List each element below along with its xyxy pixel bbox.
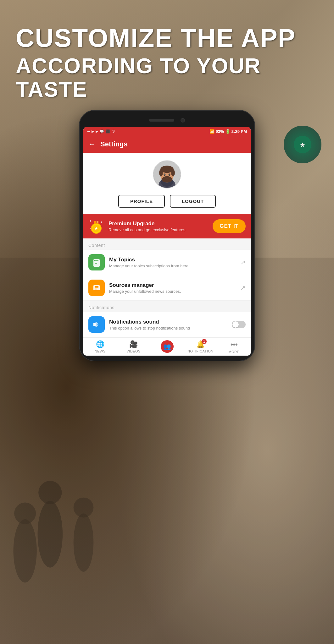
my-topics-item[interactable]: My Topics Manage your topics subscriptio… xyxy=(83,250,251,275)
status-icon-3: ▶ xyxy=(96,129,98,134)
svg-text:✦: ✦ xyxy=(100,221,103,224)
app-header: ← Settings xyxy=(83,136,251,153)
svg-point-4 xyxy=(74,498,94,518)
logout-button[interactable]: LOGOUT xyxy=(170,195,216,208)
notification-icon-wrap: 🔔 1 xyxy=(196,340,205,348)
sources-text: Sources manager Manage your unfollowed n… xyxy=(109,282,236,294)
svg-point-1 xyxy=(37,501,63,567)
avatar xyxy=(153,160,181,188)
svg-rect-37 xyxy=(94,260,95,261)
get-it-button[interactable]: GET IT xyxy=(213,219,246,233)
my-topics-icon xyxy=(88,254,105,270)
status-bar-right: 📶 93% 🔋 2:29 PM xyxy=(209,129,247,134)
premium-subtitle: Remove all ads and get exclusive feature… xyxy=(109,227,208,232)
hero-line2: ACCORDING TO YOUR TASTE xyxy=(16,54,318,101)
notifications-section-label: Notifications xyxy=(83,301,251,312)
community-icon: 👥 xyxy=(163,343,171,350)
news-label: NEWS xyxy=(95,349,106,353)
sources-icon xyxy=(88,280,105,296)
nav-more[interactable]: ••• MORE xyxy=(217,340,251,354)
news-icon-wrap: 🌐 xyxy=(96,340,104,348)
sources-manager-item[interactable]: Sources manager Manage your unfollowed n… xyxy=(83,275,251,301)
profile-section: PROFILE LOGOUT xyxy=(83,153,251,214)
svg-point-2 xyxy=(38,481,62,504)
bottom-nav: 🌐 NEWS 🎥 VIDEOS 👥 xyxy=(83,337,251,356)
premium-icon: ✦ ✦ ✦ ★ xyxy=(88,218,104,234)
notifications-sound-item: Notifications sound This option allows t… xyxy=(83,312,251,337)
videos-icon-wrap: 🎥 xyxy=(129,340,138,348)
svg-text:✦: ✦ xyxy=(89,219,92,223)
svg-point-17 xyxy=(171,169,175,177)
sound-icon xyxy=(88,316,105,333)
battery-percent: 93% xyxy=(216,129,224,134)
status-bar: ··· ▶ ▶ 💬 ⬛ ⏱ 📶 93% 🔋 2:29 PM xyxy=(83,127,251,136)
settings-title: Settings xyxy=(100,140,128,148)
phone-notch xyxy=(83,116,251,125)
svg-text:★: ★ xyxy=(94,226,98,231)
more-icon: ••• xyxy=(231,340,237,349)
community-icon-wrap: 👥 xyxy=(161,340,174,353)
sources-title: Sources manager xyxy=(109,282,236,288)
sources-chevron: ↗ xyxy=(240,284,246,292)
my-topics-text: My Topics Manage your topics subscriptio… xyxy=(109,257,236,268)
sound-title: Notifications sound xyxy=(109,319,227,325)
status-icon-5: ⬛ xyxy=(106,129,110,134)
phone-mockup: ··· ▶ ▶ 💬 ⬛ ⏱ 📶 93% 🔋 2:29 PM ← Settings xyxy=(79,110,255,361)
back-button[interactable]: ← xyxy=(88,140,95,148)
nav-notification[interactable]: 🔔 1 NOTIFICATION xyxy=(184,340,217,354)
profile-button[interactable]: PROFILE xyxy=(118,195,165,208)
notification-label: NOTIFICATION xyxy=(187,349,214,353)
videos-label: VIDEOS xyxy=(126,349,141,353)
phone-shell: ··· ▶ ▶ 💬 ⬛ ⏱ 📶 93% 🔋 2:29 PM ← Settings xyxy=(79,110,255,361)
svg-point-16 xyxy=(159,169,163,177)
content-section-label: Content xyxy=(83,238,251,250)
my-topics-title: My Topics xyxy=(109,257,236,263)
news-icon: 🌐 xyxy=(96,340,104,348)
profile-actions: PROFILE LOGOUT xyxy=(118,195,216,208)
status-icon-1: ··· xyxy=(87,129,90,133)
svg-text:★: ★ xyxy=(300,141,305,148)
status-icon-6: ⏱ xyxy=(112,129,115,133)
premium-text-block: Premium Upgrade Remove all ads and get e… xyxy=(109,221,208,232)
phone-camera xyxy=(181,118,185,123)
phone-screen: ··· ▶ ▶ 💬 ⬛ ⏱ 📶 93% 🔋 2:29 PM ← Settings xyxy=(83,127,251,356)
svg-point-18 xyxy=(164,174,165,176)
svg-point-3 xyxy=(74,513,94,572)
nav-videos[interactable]: 🎥 VIDEOS xyxy=(117,340,150,354)
sources-subtitle: Manage your unfollowed news sources. xyxy=(109,289,236,294)
svg-point-19 xyxy=(169,174,170,176)
nav-community[interactable]: 👥 xyxy=(150,340,184,354)
my-topics-subtitle: Manage your topics subscriptions from he… xyxy=(109,264,236,268)
hero-title-block: CUSTOMIZE THE APP ACCORDING TO YOUR TAST… xyxy=(16,25,318,101)
notification-badge: 1 xyxy=(202,339,207,344)
my-topics-chevron: ↗ xyxy=(240,259,246,266)
svg-point-6 xyxy=(14,503,36,524)
sound-text: Notifications sound This option allows t… xyxy=(109,319,227,330)
sound-subtitle: This option allows to stop notifications… xyxy=(109,326,227,330)
starbucks-logo: ★ xyxy=(284,126,321,163)
svg-point-24 xyxy=(164,176,170,179)
svg-point-20 xyxy=(164,174,164,175)
more-label: MORE xyxy=(228,350,239,354)
svg-point-5 xyxy=(13,519,36,583)
status-icon-2: ▶ xyxy=(92,129,94,134)
status-icon-4: 💬 xyxy=(100,129,104,134)
battery-icon: 🔋 xyxy=(225,129,230,134)
hero-line1: CUSTOMIZE THE APP xyxy=(16,25,318,51)
more-icon-wrap: ••• xyxy=(231,340,237,349)
status-bar-left: ··· ▶ ▶ 💬 ⬛ ⏱ xyxy=(87,129,115,134)
phone-speaker xyxy=(149,119,174,122)
svg-point-21 xyxy=(169,174,170,175)
premium-title: Premium Upgrade xyxy=(109,221,208,227)
wifi-icon: 📶 xyxy=(209,129,214,134)
sound-toggle[interactable] xyxy=(232,321,246,328)
videos-icon: 🎥 xyxy=(129,340,138,348)
premium-banner: ✦ ✦ ✦ ★ Premium Upgrade xyxy=(83,214,251,238)
clock: 2:29 PM xyxy=(231,129,247,134)
nav-news[interactable]: 🌐 NEWS xyxy=(83,340,117,354)
